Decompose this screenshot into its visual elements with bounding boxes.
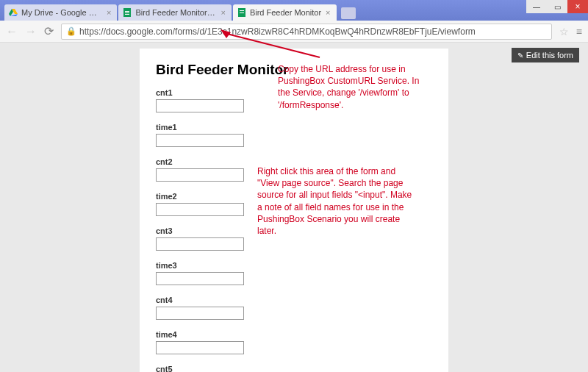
svg-rect-9 xyxy=(240,12,244,13)
form-field: time3 xyxy=(156,261,432,285)
field-input-time2[interactable] xyxy=(156,203,244,216)
tab-strip: My Drive - Google Drive × Bird Feeder Mo… xyxy=(0,0,588,21)
form-field: time1 xyxy=(156,123,432,147)
annotation-url: Copy the URL address for use in PushingB… xyxy=(278,63,432,111)
edit-form-button[interactable]: ✎ Edit this form xyxy=(512,48,579,62)
sheets-icon xyxy=(123,8,132,17)
tab-close-icon[interactable]: × xyxy=(220,8,225,17)
field-label: time3 xyxy=(156,261,432,270)
address-bar: ← → ⟳ 🔒 https://docs.google.com/forms/d/… xyxy=(0,21,588,43)
field-label: cnt5 xyxy=(156,365,432,372)
maximize-button[interactable]: ▭ xyxy=(547,0,567,13)
lock-icon: 🔒 xyxy=(66,26,76,36)
tab-title: Bird Feeder Monitor - Goo xyxy=(135,8,216,17)
form-field: time4 xyxy=(156,330,432,354)
field-input-cnt2[interactable] xyxy=(156,168,244,182)
url-text: https://docs.google.com/forms/d/1E3c1nzw… xyxy=(79,26,476,37)
tab-sheet[interactable]: Bird Feeder Monitor - Goo × xyxy=(118,4,231,21)
chrome-menu-icon[interactable]: ≡ xyxy=(576,26,582,37)
window-close-button[interactable]: × xyxy=(567,0,588,13)
forward-button[interactable]: → xyxy=(25,25,37,38)
field-input-time4[interactable] xyxy=(156,341,244,354)
pencil-icon: ✎ xyxy=(517,51,523,60)
svg-rect-5 xyxy=(125,12,129,13)
drive-icon xyxy=(9,8,18,17)
forms-icon xyxy=(237,8,246,17)
field-input-cnt1[interactable] xyxy=(156,99,244,112)
tab-title: Bird Feeder Monitor xyxy=(250,8,321,17)
svg-rect-4 xyxy=(125,11,129,12)
form-field: cnt4 xyxy=(156,296,432,320)
minimize-button[interactable]: — xyxy=(526,0,547,13)
svg-rect-8 xyxy=(240,10,244,11)
tab-close-icon[interactable]: × xyxy=(107,8,111,17)
field-label: time1 xyxy=(156,123,432,132)
back-button[interactable]: ← xyxy=(6,25,18,38)
field-input-time3[interactable] xyxy=(156,272,244,285)
field-label: cnt4 xyxy=(156,296,432,304)
window-controls: — ▭ × xyxy=(526,0,588,13)
url-input[interactable]: 🔒 https://docs.google.com/forms/d/1E3c1n… xyxy=(61,24,552,40)
reload-button[interactable]: ⟳ xyxy=(44,24,54,38)
form-field: cnt5 xyxy=(156,365,432,372)
new-tab-button[interactable] xyxy=(341,7,356,19)
tab-close-icon[interactable]: × xyxy=(326,8,330,17)
annotation-source: Right click this area of the form and "V… xyxy=(257,165,419,237)
tab-form[interactable]: Bird Feeder Monitor × xyxy=(233,4,337,21)
field-input-cnt4[interactable] xyxy=(156,307,244,320)
field-input-cnt3[interactable] xyxy=(156,237,244,251)
svg-rect-6 xyxy=(125,14,129,15)
bookmark-star-icon[interactable]: ☆ xyxy=(559,26,569,37)
field-label: time4 xyxy=(156,330,432,339)
edit-form-label: Edit this form xyxy=(526,51,573,60)
field-input-time1[interactable] xyxy=(156,134,244,147)
tab-title: My Drive - Google Drive xyxy=(21,8,102,17)
tab-drive[interactable]: My Drive - Google Drive × xyxy=(4,4,117,21)
